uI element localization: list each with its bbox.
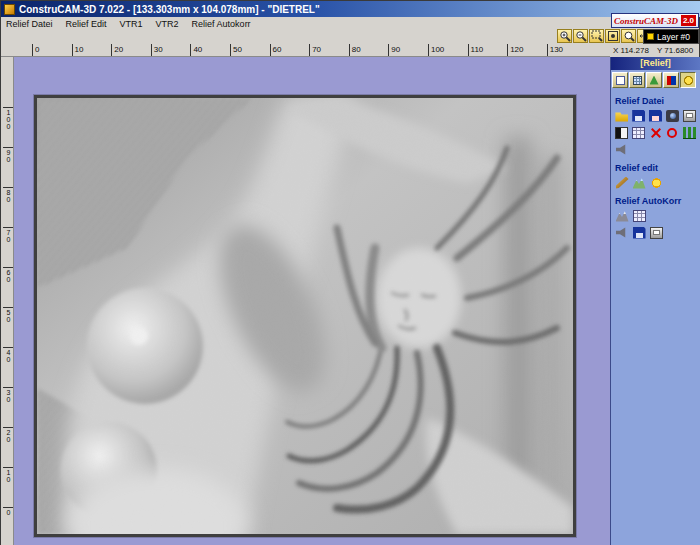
relief-terrain-tab[interactable] — [646, 72, 662, 88]
ruler-tick-label: 50 — [3, 307, 14, 347]
scan-relief-icon[interactable] — [665, 109, 679, 122]
ruler-tick-label: 110 — [468, 44, 508, 56]
save-relief-icon[interactable] — [632, 109, 646, 122]
relief-panel: [Relief] Relief Datei Relief edit — [610, 57, 700, 545]
red-x-icon — [649, 127, 662, 139]
relief-light-tab[interactable] — [680, 72, 696, 88]
raster-icon — [632, 127, 645, 139]
horizontal-ruler: 0102030405060708090100110120130 — [1, 44, 610, 57]
announce-autokorr-icon[interactable] — [615, 226, 629, 239]
ruler-tick-label: 70 — [3, 227, 14, 267]
zoom-all-icon[interactable] — [621, 29, 636, 43]
section-relief-edit: Relief edit — [611, 163, 700, 173]
zoom-window-icon[interactable] — [589, 29, 604, 43]
coordinate-y: Y 71.6800 — [657, 46, 693, 57]
menu-item[interactable]: VTR1 — [120, 19, 143, 29]
ruler-tick-label: 20 — [111, 44, 151, 56]
ruler-tick-label: 60 — [270, 44, 310, 56]
grid-icon — [633, 76, 642, 85]
announce-relief-icon[interactable] — [615, 143, 629, 156]
folder-icon — [615, 110, 628, 122]
mark-relief-icon[interactable] — [665, 126, 679, 139]
ruler-tick-label: 10 — [72, 44, 112, 56]
save-autokorr-icon[interactable] — [632, 226, 646, 239]
terrain-edit-icon[interactable] — [632, 176, 646, 189]
ruler-tick-label: 20 — [3, 427, 14, 467]
sun-icon — [650, 177, 663, 189]
invert-relief-icon[interactable] — [615, 126, 629, 139]
ruler-tick-label: 130 — [547, 44, 587, 56]
layer-color-chip — [647, 33, 654, 40]
ruler-tick-label: 60 — [3, 267, 14, 307]
ruler-tick-label: 70 — [309, 44, 349, 56]
panel-title: [Relief] — [611, 57, 700, 70]
mountain-gray-icon — [616, 210, 629, 222]
app-icon — [4, 4, 15, 15]
menu-item[interactable]: Relief Datei — [6, 19, 53, 29]
ruler-tick-label: 10 — [3, 467, 14, 507]
relief-datei-row3 — [611, 140, 700, 157]
save-as-relief-icon[interactable] — [649, 109, 663, 122]
relief-datei-row1 — [611, 106, 700, 123]
printer-icon — [683, 110, 696, 122]
relief-image[interactable] — [34, 95, 576, 537]
disk-icon — [633, 227, 646, 239]
ruler-tick-label: 100 — [3, 107, 14, 147]
layer-label: Layer #0 — [657, 32, 690, 42]
window-title: ConstruCAM-3D 7.022 - [133.303mm x 104.0… — [19, 4, 320, 15]
ruler-tick-label: 50 — [230, 44, 270, 56]
ruler-tick-label: 0 — [3, 507, 14, 545]
open-relief-icon[interactable] — [615, 109, 629, 122]
menu-item[interactable]: VTR2 — [156, 19, 179, 29]
relief-page-tab[interactable] — [612, 72, 628, 88]
layer-button[interactable]: Layer #0 — [643, 29, 699, 44]
mountain-icon — [633, 177, 646, 189]
section-relief-autokorr: Relief AutoKorr — [611, 196, 700, 206]
ruler-tick-label: 0 — [32, 44, 72, 56]
panel-tabs — [611, 70, 700, 90]
raster-autokorr-icon[interactable] — [632, 209, 646, 222]
zoom-out-icon[interactable] — [573, 29, 588, 43]
coordinate-readout: X 114.278 Y 71.6800 — [613, 46, 699, 57]
relief-autokorr-row2 — [611, 223, 700, 240]
printer-icon — [650, 227, 663, 239]
zoom-fit-icon[interactable] — [605, 29, 620, 43]
ruler-tick-label: 120 — [507, 44, 547, 56]
terrain-autokorr-icon[interactable] — [615, 209, 629, 222]
ruler-tick-label: 30 — [151, 44, 191, 56]
app-window: ConstruCAM-3D 7.022 - [133.303mm x 104.0… — [0, 0, 700, 545]
color-icon — [667, 76, 676, 85]
zoom-in-icon[interactable] — [557, 29, 572, 43]
disk-alt-icon — [649, 110, 662, 122]
raster-relief-icon[interactable] — [632, 126, 646, 139]
light-edit-icon[interactable] — [649, 176, 663, 189]
menu-item[interactable]: Relief Autokorr — [192, 19, 251, 29]
ruler-tick-label: 40 — [3, 347, 14, 387]
titlebar: ConstruCAM-3D 7.022 - [133.303mm x 104.0… — [1, 1, 700, 17]
histogram-relief-icon[interactable] — [682, 126, 696, 139]
delete-relief-icon[interactable] — [649, 126, 663, 139]
engrave-pen-icon[interactable] — [615, 176, 629, 189]
ruler-tick-label: 80 — [349, 44, 389, 56]
relief-color-tab[interactable] — [663, 72, 679, 88]
coordinate-x: X 114.278 — [613, 46, 649, 57]
menu-item[interactable]: Relief Edit — [66, 19, 107, 29]
ruler-tick-label: 40 — [190, 44, 230, 56]
brand-logo: ConstruCAM-3D 2.0 — [611, 13, 699, 28]
ruler-tick-label: 30 — [3, 387, 14, 427]
ruler-tick-label: 90 — [3, 147, 14, 187]
disk-icon — [632, 110, 645, 122]
drawing-canvas[interactable] — [14, 57, 610, 545]
ruler-tick-label: 100 — [428, 44, 468, 56]
print-relief-icon[interactable] — [682, 109, 696, 122]
invert-icon — [615, 127, 628, 139]
relief-datei-row2 — [611, 123, 700, 140]
relief-autokorr-row1 — [611, 206, 700, 223]
light-icon — [684, 76, 693, 85]
menubar: Relief DateiRelief EditVTR1VTR2Relief Au… — [1, 17, 610, 30]
relief-grid-tab[interactable] — [629, 72, 645, 88]
camera-icon — [666, 110, 679, 122]
relief-edit-row — [611, 173, 700, 190]
raster-icon — [633, 210, 646, 222]
print-autokorr-icon[interactable] — [649, 226, 663, 239]
